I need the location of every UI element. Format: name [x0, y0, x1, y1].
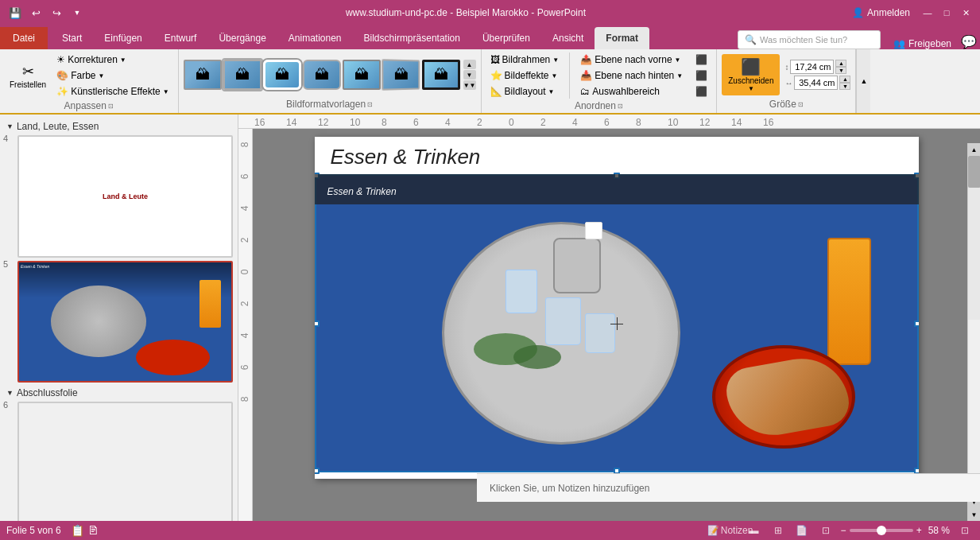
close-btn[interactable]: ✕ [958, 5, 974, 21]
height-up[interactable]: ▲ [835, 60, 846, 67]
slide-image-container[interactable]: Essen & Trinken [315, 174, 919, 472]
undo-btn[interactable]: ↩ [27, 4, 45, 21]
scroll-track[interactable] [968, 156, 981, 320]
slide-thumb-4[interactable]: Land & Leute [17, 135, 233, 258]
kuenstlerische-btn[interactable]: ✨ Künstlerische Effekte ▼ [52, 84, 172, 99]
ruler-svg: 16 14 12 10 8 6 4 2 0 2 4 6 8 10 12 14 1… [254, 115, 970, 129]
style-thumb-3[interactable]: 🏔 [263, 60, 301, 90]
bfv-expand-icon[interactable]: ⊡ [367, 101, 373, 108]
freigeben-button[interactable]: 👥 Freigeben [887, 38, 958, 49]
korrekturen-btn[interactable]: ☀ Korrekturen ▼ [52, 52, 172, 67]
zuschneiden-button[interactable]: ⬛ Zuschneiden ▼ [722, 54, 780, 95]
style-scroll-down[interactable]: ▼ [463, 70, 476, 80]
section-abschluss[interactable]: ▼ Abschlussfolie [3, 384, 234, 400]
tab-start[interactable]: Start [51, 27, 93, 49]
save-btn[interactable]: 💾 [6, 4, 24, 21]
scroll-down-btn[interactable]: ▼ [968, 508, 981, 521]
style-scroll-more[interactable]: ▼▼ [463, 80, 476, 90]
tab-ueberpruefen[interactable]: Überprüfen [471, 27, 541, 49]
auswahlbereich-btn[interactable]: 🗂 Auswahlbereich [576, 84, 687, 99]
zoom-minus[interactable]: − [841, 525, 846, 536]
quick-access-more[interactable]: ▼ [68, 4, 86, 21]
tab-format[interactable]: Format [595, 27, 649, 49]
bildrahmen-btn[interactable]: 🖼 Bildrahmen ▼ [486, 52, 564, 67]
anmelden-button[interactable]: 👤 Anmelden [846, 7, 916, 18]
svg-text:8: 8 [382, 117, 387, 128]
freistellen-icon: ✂ [22, 63, 34, 80]
view-present-btn[interactable]: ⊡ [817, 523, 835, 538]
bildeffekte-btn[interactable]: ⭐ Bildeffekte ▼ [486, 68, 564, 83]
height-input[interactable] [790, 60, 834, 74]
tab-ansicht[interactable]: Ansicht [541, 27, 595, 49]
height-down[interactable]: ▼ [835, 67, 846, 74]
bildrahmen-dropdown[interactable]: ▼ [552, 56, 559, 64]
search-box[interactable]: 🔍 Was möchten Sie tun? [738, 30, 881, 49]
section-land-leute-essen[interactable]: ▼ Land, Leute, Essen [3, 118, 234, 134]
slide-thumb-6[interactable] [17, 402, 233, 521]
bildlayout-btn[interactable]: 📐 Bildlayout ▼ [486, 84, 564, 99]
bildeffekte-dropdown[interactable]: ▼ [551, 72, 557, 80]
bildlayout-dropdown[interactable]: ▼ [548, 88, 555, 95]
farbe-dropdown[interactable]: ▼ [99, 72, 105, 80]
anpassen-expand-icon[interactable]: ⊡ [108, 103, 114, 110]
zuschneiden-dropdown[interactable]: ▼ [748, 85, 754, 92]
ebene-vorne-dropdown[interactable]: ▼ [675, 56, 681, 64]
fit-window-btn[interactable]: ⊡ [956, 523, 974, 538]
ribbon-bildformatvorlagen: 🏔 🏔 🏔 🏔 🏔 🏔 🏔 ▲ ▼ ▼▼ [179, 49, 482, 113]
notizen-btn[interactable]: 📝 Notizen [722, 523, 739, 538]
ebene-vorne-btn[interactable]: 📤 Ebene nach vorne ▼ [576, 52, 687, 67]
style-thumb-5[interactable]: 🏔 [343, 60, 381, 90]
align-btn3[interactable]: ⬛ [691, 84, 711, 99]
anordnen-btns: 🖼 Bildrahmen ▼ ⭐ Bildeffekte ▼ 📐 Bildlay… [486, 52, 712, 99]
farbe-label: Farbe [71, 70, 95, 81]
slide-6-num: 6 [3, 400, 14, 410]
width-up[interactable]: ▲ [839, 76, 850, 83]
maximize-btn[interactable]: □ [939, 5, 955, 21]
style-thumb-1[interactable]: 🏔 [184, 60, 222, 90]
anpassen-label: Anpassen ⊡ [5, 99, 173, 111]
ebene-vorne-icon: 📤 [580, 54, 592, 65]
svg-text:2: 2 [477, 117, 482, 128]
groesse-expand-icon[interactable]: ⊡ [798, 101, 804, 108]
tab-animationen[interactable]: Animationen [277, 27, 353, 49]
style-thumb-4[interactable]: 🏔 [303, 60, 341, 90]
notes-bar[interactable]: Klicken Sie, um Notizen hinzuzufügen [477, 473, 980, 502]
view-reading-btn[interactable]: 📄 [793, 523, 811, 538]
anordnen-expand-icon[interactable]: ⊡ [618, 103, 623, 110]
freistellen-btn[interactable]: ✂ Freistellen [5, 60, 51, 92]
zoom-track[interactable] [850, 529, 913, 532]
tab-bildschirm[interactable]: Bildschirmpräsentation [353, 27, 471, 49]
kuenstlerische-dropdown[interactable]: ▼ [163, 88, 169, 95]
style-scroll-up[interactable]: ▲ [463, 60, 476, 69]
slide-thumb-5[interactable]: Essen & Trinken [17, 261, 233, 383]
tab-datei[interactable]: Datei [0, 27, 48, 49]
align-btn2[interactable]: ⬛ [691, 68, 711, 83]
minimize-btn[interactable]: — [920, 5, 935, 21]
search-icon: 🔍 [745, 34, 757, 45]
scroll-up-btn[interactable]: ▲ [968, 143, 981, 156]
width-down[interactable]: ▼ [839, 83, 850, 90]
view-slide-btn[interactable]: ⊞ [769, 523, 787, 538]
style-thumb-2[interactable]: 🏔 [223, 60, 261, 90]
width-input[interactable] [794, 76, 838, 90]
tab-entwurf[interactable]: Entwurf [153, 27, 208, 49]
slide-canvas-area[interactable]: Essen & Trinken Essen & Trinken [253, 129, 980, 521]
slide-title-area: Essen & Trinken [315, 137, 919, 174]
align-btn1[interactable]: ⬛ [691, 52, 711, 67]
food-image [315, 174, 919, 472]
farbe-btn[interactable]: 🎨 Farbe ▼ [52, 68, 172, 83]
ebene-hinten-btn[interactable]: 📥 Ebene nach hinten ▼ [576, 68, 687, 83]
tab-uebergaenge[interactable]: Übergänge [207, 27, 277, 49]
view-normal-btn[interactable]: ▬ [746, 523, 763, 538]
tab-einfuegen[interactable]: Einfügen [93, 27, 153, 49]
korrekturen-dropdown[interactable]: ▼ [120, 56, 126, 64]
style-thumb-7[interactable]: 🏔 [422, 60, 460, 90]
zoom-plus[interactable]: + [916, 525, 922, 536]
redo-btn[interactable]: ↪ [48, 4, 65, 21]
comment-button[interactable]: 💬 [958, 34, 980, 49]
ebene-hinten-dropdown[interactable]: ▼ [676, 72, 683, 80]
slide-title[interactable]: Essen & Trinken [331, 145, 903, 169]
style-thumb-6[interactable]: 🏔 [382, 59, 420, 90]
ribbon-collapse-btn[interactable]: ▲ [856, 49, 870, 113]
zuschneiden-icon: ⬛ [741, 57, 761, 76]
